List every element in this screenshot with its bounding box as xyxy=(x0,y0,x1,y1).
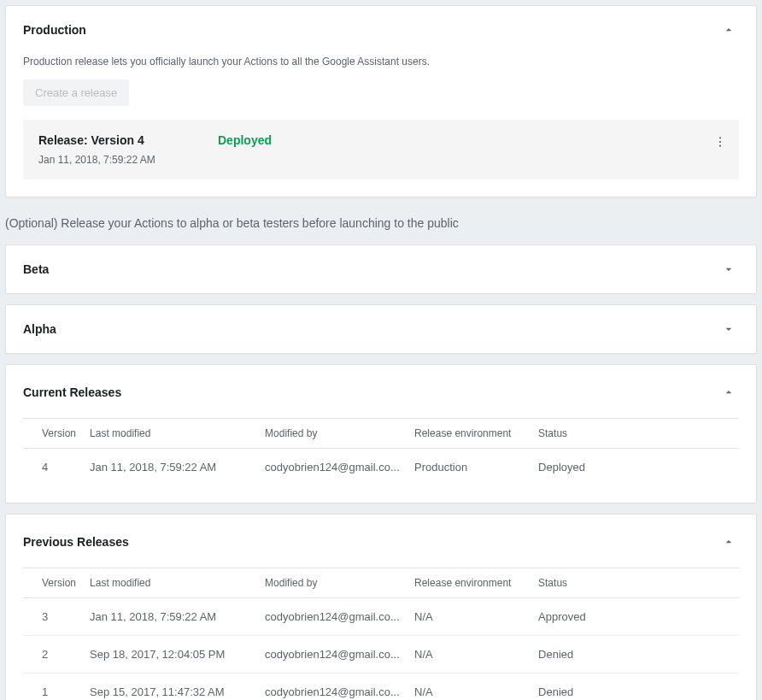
release-box: Release: Version 4 Jan 11, 2018, 7:59:22… xyxy=(23,120,739,179)
alpha-card[interactable]: Alpha xyxy=(5,304,757,354)
cell-environment: Production xyxy=(407,449,531,486)
chevron-up-icon[interactable] xyxy=(718,20,739,40)
production-title: Production xyxy=(23,23,86,37)
alpha-title: Alpha xyxy=(23,322,56,336)
cell-status: Deployed xyxy=(531,449,739,486)
beta-title: Beta xyxy=(23,262,49,276)
table-header-row: Version Last modified Modified by Releas… xyxy=(23,568,739,598)
cell-environment: N/A xyxy=(407,636,531,674)
release-info: Release: Version 4 Jan 11, 2018, 7:59:22… xyxy=(38,133,218,166)
cell-last-modified: Jan 11, 2018, 7:59:22 AM xyxy=(83,598,258,636)
cell-version: 3 xyxy=(23,598,83,636)
cell-modified-by: codyobrien124@gmail.co... xyxy=(258,636,407,674)
th-status: Status xyxy=(531,419,739,449)
production-description: Production release lets you officially l… xyxy=(6,54,756,79)
alpha-header: Alpha xyxy=(6,305,756,353)
previous-releases-header: Previous Releases xyxy=(6,515,756,568)
svg-point-0 xyxy=(719,137,721,138)
th-modified-by: Modified by xyxy=(258,419,407,449)
cell-status: Denied xyxy=(531,674,739,701)
th-version: Version xyxy=(23,419,83,449)
th-last-modified: Last modified xyxy=(83,568,258,598)
current-releases-card: Current Releases Version Last modified M… xyxy=(5,364,757,503)
th-status: Status xyxy=(531,568,739,598)
more-icon[interactable] xyxy=(710,132,730,152)
previous-releases-card: Previous Releases Version Last modified … xyxy=(5,514,757,700)
previous-releases-title: Previous Releases xyxy=(23,535,129,549)
th-version: Version xyxy=(23,568,83,598)
previous-releases-table: Version Last modified Modified by Releas… xyxy=(23,568,739,700)
cell-modified-by: codyobrien124@gmail.co... xyxy=(258,674,407,701)
chevron-down-icon[interactable] xyxy=(718,319,739,339)
cell-last-modified: Sep 18, 2017, 12:04:05 PM xyxy=(83,636,258,674)
cell-modified-by: codyobrien124@gmail.co... xyxy=(258,449,407,486)
current-releases-table: Version Last modified Modified by Releas… xyxy=(23,418,739,485)
optional-text: (Optional) Release your Actions to alpha… xyxy=(5,208,757,244)
th-modified-by: Modified by xyxy=(258,568,407,598)
beta-header: Beta xyxy=(6,245,756,293)
table-row: 4 Jan 11, 2018, 7:59:22 AM codyobrien124… xyxy=(23,449,739,486)
beta-card[interactable]: Beta xyxy=(5,244,757,294)
svg-point-1 xyxy=(719,141,721,143)
cell-modified-by: codyobrien124@gmail.co... xyxy=(258,598,407,636)
cell-status: Approved xyxy=(531,598,739,636)
cell-last-modified: Sep 15, 2017, 11:47:32 AM xyxy=(83,674,258,701)
cell-version: 4 xyxy=(23,449,83,486)
svg-point-2 xyxy=(719,145,721,147)
production-header: Production xyxy=(6,6,756,54)
cell-status: Denied xyxy=(531,636,739,674)
current-releases-title: Current Releases xyxy=(23,385,121,399)
chevron-up-icon[interactable] xyxy=(718,382,739,403)
cell-version: 2 xyxy=(23,636,83,674)
cell-environment: N/A xyxy=(407,674,531,701)
table-row: 1 Sep 15, 2017, 11:47:32 AM codyobrien12… xyxy=(23,674,739,701)
current-releases-header: Current Releases xyxy=(6,365,756,418)
table-row: 3 Jan 11, 2018, 7:59:22 AM codyobrien124… xyxy=(23,598,739,636)
release-date: Jan 11, 2018, 7:59:22 AM xyxy=(38,154,218,166)
cell-last-modified: Jan 11, 2018, 7:59:22 AM xyxy=(83,449,258,486)
production-card: Production Production release lets you o… xyxy=(5,5,757,197)
create-release-button[interactable]: Create a release xyxy=(23,79,129,106)
th-environment: Release environment xyxy=(407,568,531,598)
release-title: Release: Version 4 xyxy=(38,133,218,147)
chevron-up-icon[interactable] xyxy=(718,532,739,552)
table-row: 2 Sep 18, 2017, 12:04:05 PM codyobrien12… xyxy=(23,636,739,674)
table-header-row: Version Last modified Modified by Releas… xyxy=(23,419,739,449)
th-last-modified: Last modified xyxy=(83,419,258,449)
release-status: Deployed xyxy=(218,133,272,147)
cell-version: 1 xyxy=(23,674,83,701)
cell-environment: N/A xyxy=(407,598,531,636)
chevron-down-icon[interactable] xyxy=(718,259,739,279)
th-environment: Release environment xyxy=(407,419,531,449)
